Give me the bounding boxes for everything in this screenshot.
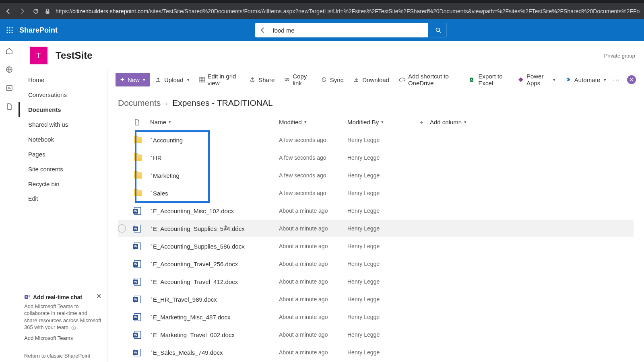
automate-icon	[565, 77, 572, 82]
teams-icon: T	[24, 294, 31, 300]
row-share-icon[interactable]	[223, 225, 229, 232]
home-icon[interactable]	[5, 47, 14, 56]
column-header-name[interactable]: Name▾	[150, 119, 279, 125]
nav-edit-link[interactable]: Edit	[19, 191, 107, 206]
table-row[interactable]: ⋆E_Accounting_Supplies_586.docxAbout a m…	[118, 237, 634, 255]
table-row[interactable]: ⋆SalesA few seconds agoHenry Legge	[118, 184, 634, 202]
folder-icon	[134, 154, 142, 161]
sidebar-item-conversations[interactable]: Conversations	[19, 87, 107, 102]
table-row[interactable]: ⋆E_HR_Travel_989.docxAbout a minute agoH…	[118, 290, 634, 308]
item-name[interactable]: ⋆E_Accounting_Supplies_586.docx	[150, 243, 245, 250]
svg-text:X: X	[470, 78, 473, 82]
share-icon	[249, 77, 256, 82]
new-indicator-icon: ⋆	[150, 313, 153, 318]
item-modified-by[interactable]: Henry Legge	[347, 314, 420, 320]
item-modified-by[interactable]: Henry Legge	[347, 261, 420, 267]
table-row[interactable]: ⋆E_Marketing_Travel_002.docxAbout a minu…	[118, 326, 634, 343]
table-row[interactable]: ⋆HRA few seconds agoHenry Legge	[118, 149, 634, 167]
item-modified-by[interactable]: Henry Legge	[347, 208, 420, 214]
download-button[interactable]: Download	[348, 73, 394, 86]
sidebar-item-documents[interactable]: Documents	[19, 102, 107, 117]
files-icon[interactable]	[5, 102, 14, 111]
add-column-button[interactable]: + Add column▾	[420, 119, 500, 125]
brand-label[interactable]: SharePoint	[19, 26, 58, 35]
svg-rect-0	[46, 11, 50, 14]
sidebar-item-home[interactable]: Home	[19, 72, 107, 87]
item-name[interactable]: ⋆E_Accounting_Travel_256.docx	[150, 260, 238, 267]
info-icon[interactable]: i	[71, 325, 76, 330]
item-name[interactable]: ⋆E_Accounting_Misc_102.docx	[150, 207, 234, 214]
upload-button[interactable]: Upload▾	[150, 73, 194, 86]
item-modified-by[interactable]: Henry Legge	[347, 154, 420, 161]
column-header-modified[interactable]: Modified▾	[279, 119, 347, 125]
table-row[interactable]: ⋆E_Sales_Meals_749.docxAbout a minute ag…	[118, 343, 634, 361]
table-row[interactable]: ⋆MarketingA few seconds agoHenry Legge	[118, 167, 634, 184]
table-row[interactable]: ⋆AccountingA few seconds agoHenry Legge	[118, 131, 634, 149]
item-modified-by[interactable]: Henry Legge	[347, 137, 420, 143]
row-more-icon[interactable]: ⋮	[234, 225, 240, 232]
sidebar-item-pages[interactable]: Pages	[19, 147, 107, 162]
item-modified-by[interactable]: Henry Legge	[347, 296, 420, 302]
add-teams-link[interactable]: Add Microsoft Teams	[24, 335, 101, 341]
item-modified-by[interactable]: Henry Legge	[347, 225, 420, 232]
browser-back-button[interactable]	[4, 7, 13, 16]
item-name[interactable]: ⋆Marketing	[150, 172, 180, 179]
item-modified-by[interactable]: Henry Legge	[347, 243, 420, 249]
site-nav: HomeConversationsDocumentsShared with us…	[19, 68, 107, 362]
column-header-modified-by[interactable]: Modified By▾	[347, 119, 420, 125]
sidebar-item-recycle-bin[interactable]: Recycle bin	[19, 177, 107, 191]
item-modified-by[interactable]: Henry Legge	[347, 278, 420, 285]
edit-grid-button[interactable]: Edit in grid view	[194, 73, 245, 86]
powerapps-button[interactable]: Power Apps▾	[513, 73, 560, 86]
item-modified-by[interactable]: Henry Legge	[347, 190, 420, 196]
item-modified-by[interactable]: Henry Legge	[347, 349, 420, 356]
item-name[interactable]: ⋆Sales	[150, 189, 168, 197]
table-row[interactable]: ⋆E_Accounting_Travel_412.docxAbout a min…	[118, 273, 634, 290]
item-name[interactable]: ⋆E_Marketing_Travel_002.docx	[150, 331, 235, 338]
column-header-type[interactable]	[134, 119, 150, 125]
search-submit-button[interactable]	[430, 23, 447, 37]
site-logo[interactable]: T	[30, 47, 47, 64]
site-name[interactable]: TestSite	[56, 50, 93, 61]
item-name[interactable]: ⋆E_HR_Travel_989.docx	[150, 296, 217, 303]
news-icon[interactable]	[5, 84, 14, 93]
table-row[interactable]: ⋆E_Accounting_Supplies_574.docx⋮About a …	[118, 220, 634, 237]
chevron-right-icon: ›	[165, 100, 167, 107]
item-name[interactable]: ⋆E_Accounting_Travel_412.docx	[150, 278, 238, 285]
sidebar-item-notebook[interactable]: Notebook	[19, 132, 107, 147]
browser-forward-button[interactable]	[18, 7, 27, 16]
globe-icon[interactable]	[5, 65, 14, 74]
item-name[interactable]: ⋆HR	[150, 154, 162, 161]
table-row[interactable]: ⋆E_Accounting_Travel_256.docxAbout a min…	[118, 255, 634, 273]
search-back-button[interactable]	[255, 27, 270, 34]
automate-button[interactable]: Automate▾	[560, 73, 611, 86]
word-doc-icon	[134, 331, 141, 339]
table-row[interactable]: ⋆E_Marketing_Misc_487.docxAbout a minute…	[118, 308, 634, 326]
item-name[interactable]: ⋆Accounting	[150, 136, 183, 144]
export-excel-button[interactable]: XExport to Excel	[464, 73, 513, 86]
more-button[interactable]: ⋯	[611, 74, 621, 85]
row-select-checkbox[interactable]	[118, 224, 126, 232]
app-launcher-button[interactable]	[0, 27, 19, 34]
breadcrumb-root[interactable]: Documents	[118, 98, 161, 108]
share-button[interactable]: Share	[244, 73, 279, 86]
close-panel-button[interactable]: ✕	[627, 75, 636, 84]
item-modified-by[interactable]: Henry Legge	[347, 172, 420, 179]
browser-reload-button[interactable]	[31, 7, 40, 16]
url-text[interactable]: https://citizenbuilders.sharepoint.com/s…	[56, 8, 640, 14]
sync-button[interactable]: Sync	[316, 73, 348, 86]
close-icon[interactable]: ✕	[96, 292, 101, 300]
table-row[interactable]: ⋆E_Accounting_Misc_102.docxAbout a minut…	[118, 202, 634, 220]
breadcrumb: Documents › Expenses - TRADITIONAL	[107, 91, 644, 109]
shortcut-button[interactable]: Add shortcut to OneDrive	[394, 73, 464, 86]
download-icon	[353, 77, 359, 82]
sidebar-item-site-contents[interactable]: Site contents	[19, 162, 107, 177]
sidebar-item-shared-with-us[interactable]: Shared with us	[19, 117, 107, 132]
copy-link-button[interactable]: Copy link	[279, 73, 316, 86]
item-name[interactable]: ⋆E_Sales_Meals_749.docx	[150, 349, 223, 356]
search-input[interactable]	[270, 27, 428, 34]
item-modified-by[interactable]: Henry Legge	[347, 331, 420, 338]
item-name[interactable]: ⋆E_Marketing_Misc_487.docx	[150, 313, 231, 321]
new-button[interactable]: +New▾	[116, 73, 150, 86]
return-classic-link[interactable]: Return to classic SharePoint	[24, 353, 90, 359]
